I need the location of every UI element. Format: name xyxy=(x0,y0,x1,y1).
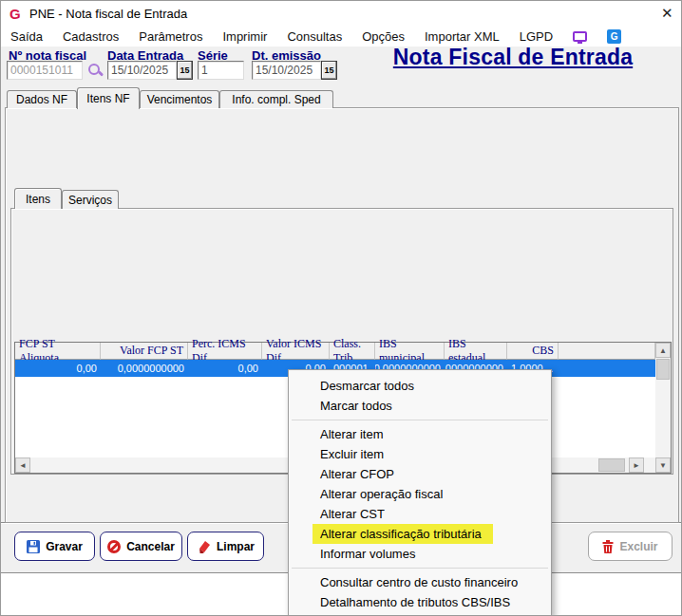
menu-separator xyxy=(292,420,548,420)
grid-header-class-trib[interactable]: Class. Trib. xyxy=(330,343,375,360)
menu-separator xyxy=(292,568,548,569)
ctx-consultar-centro-custo[interactable]: Consultar centro de custo financeiro xyxy=(289,572,551,592)
tab-vencimentos[interactable]: Vencimentos xyxy=(140,90,219,108)
menu-item-lgpd[interactable]: LGPD xyxy=(520,29,553,44)
ctx-alterar-item[interactable]: Alterar item xyxy=(289,424,551,444)
ctx-informar-volumes[interactable]: Informar volumes xyxy=(289,544,551,564)
ctx-alterar-operacao-fiscal[interactable]: Alterar operação fiscal xyxy=(289,484,551,504)
ctx-desmarcar-todos[interactable]: Desmarcar todos xyxy=(289,376,551,396)
highlighted-menu-text: Alterar classificação tributária xyxy=(313,524,493,544)
cancel-icon xyxy=(107,540,121,553)
grid-cell-perc-icms-dif[interactable]: 0,00 xyxy=(188,360,262,377)
menu-item-opcoes[interactable]: Opções xyxy=(362,29,405,44)
scroll-down-icon[interactable]: ▼ xyxy=(655,457,671,473)
ctx-alterar-cfop[interactable]: Alterar CFOP xyxy=(289,464,551,484)
title-bar: G PNE - Nota fiscal de Entrada ✕ xyxy=(1,1,682,26)
calendar-icon[interactable]: 15 xyxy=(321,61,337,80)
gravar-label: Gravar xyxy=(46,540,83,553)
ctx-alterar-classificacao-tributaria[interactable]: Alterar classificação tributária xyxy=(289,524,551,544)
excluir-button[interactable]: Excluir xyxy=(588,532,673,561)
tab-dados-nf[interactable]: Dados NF xyxy=(7,90,77,108)
grid-header-ibs-municipal[interactable]: IBS municipal xyxy=(375,343,445,360)
grid-header-valor-icms-dif[interactable]: Valor ICMS Dif. xyxy=(262,343,330,360)
app-window: G PNE - Nota fiscal de Entrada ✕ Saída C… xyxy=(0,0,682,616)
menu-item-cadastros[interactable]: Cadastros xyxy=(63,29,119,44)
tab-servicos[interactable]: Serviços xyxy=(62,190,119,209)
nf-input[interactable] xyxy=(7,61,83,80)
menu-bar: Saída Cadastros Parâmetros Imprimir Cons… xyxy=(1,26,682,47)
floppy-disk-icon xyxy=(27,540,40,553)
search-icon[interactable] xyxy=(87,63,104,79)
ctx-detalhamento-tributos[interactable]: Detalhamento de tributos CBS/IBS xyxy=(289,592,551,612)
calendar-icon[interactable]: 15 xyxy=(177,61,193,80)
eraser-icon xyxy=(197,540,211,553)
scroll-right-icon[interactable]: ► xyxy=(629,457,644,473)
ctx-alterar-cst[interactable]: Alterar CST xyxy=(289,504,551,524)
cancelar-button[interactable]: Cancelar xyxy=(100,532,182,561)
vertical-scroll-thumb[interactable] xyxy=(656,359,670,380)
limpar-label: Limpar xyxy=(217,540,255,553)
cancelar-label: Cancelar xyxy=(126,540,175,553)
limpar-button[interactable]: Limpar xyxy=(187,532,264,561)
ctx-marcar-todos[interactable]: Marcar todos xyxy=(289,396,551,416)
ctx-excluir-item[interactable]: Excluir item xyxy=(289,444,551,464)
monitor-icon[interactable] xyxy=(573,31,587,42)
close-icon[interactable]: ✕ xyxy=(661,5,673,22)
tab-itens-nf[interactable]: Itens NF xyxy=(77,87,140,109)
grid-cell-fcp-st-aliquota[interactable]: 0,00 xyxy=(15,360,101,377)
data-entrada-input[interactable] xyxy=(107,61,177,80)
serie-input[interactable] xyxy=(198,61,244,80)
menu-item-consultas[interactable]: Consultas xyxy=(287,29,342,44)
menu-item-importar-xml[interactable]: Importar XML xyxy=(425,29,500,44)
dt-emissao-input[interactable] xyxy=(252,61,321,80)
menu-item-parametros[interactable]: Parâmetros xyxy=(139,29,202,44)
grid-header-fcp-st-aliquota[interactable]: FCP ST Aliquota xyxy=(15,343,101,360)
menu-item-imprimir[interactable]: Imprimir xyxy=(222,29,267,44)
app-logo-icon: G xyxy=(9,6,21,22)
g-app-icon[interactable]: G xyxy=(607,29,621,44)
grid-header-filler xyxy=(559,343,655,360)
grid-header-valor-fcp-st[interactable]: Valor FCP ST xyxy=(101,343,188,360)
grid-header-ibs-estadual[interactable]: IBS estadual xyxy=(445,343,507,360)
tab-itens[interactable]: Itens xyxy=(14,188,62,209)
menu-item-saida[interactable]: Saída xyxy=(10,29,43,44)
excluir-label: Excluir xyxy=(619,540,657,553)
window-title: PNE - Nota fiscal de Entrada xyxy=(29,7,187,21)
scroll-up-icon[interactable]: ▲ xyxy=(655,343,671,358)
grid-header-cbs[interactable]: CBS xyxy=(507,343,559,360)
page-title: Nota Fiscal de Entrada xyxy=(348,45,678,73)
tab-info-compl-sped[interactable]: Info. compl. Sped xyxy=(219,90,333,108)
grid-cell-filler[interactable] xyxy=(559,360,655,377)
grid-header-perc-icms-dif[interactable]: Perc. ICMS Dif. xyxy=(188,343,262,360)
trash-icon xyxy=(602,540,614,553)
scroll-left-icon[interactable]: ◄ xyxy=(15,457,30,473)
context-menu: Desmarcar todos Marcar todos Alterar ite… xyxy=(288,369,552,616)
horizontal-scroll-thumb[interactable] xyxy=(598,458,625,472)
gravar-button[interactable]: Gravar xyxy=(14,532,95,561)
grid-cell-valor-fcp-st[interactable]: 0,0000000000 xyxy=(101,360,188,377)
